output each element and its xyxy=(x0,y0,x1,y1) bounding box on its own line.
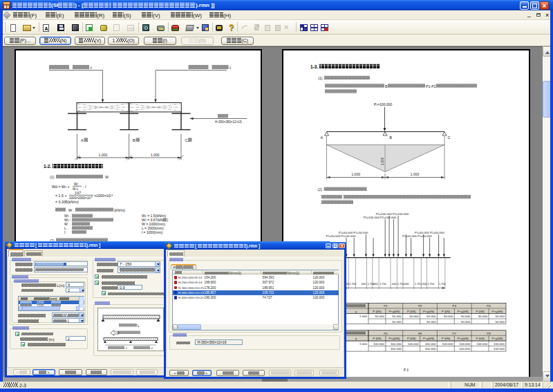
svg-text:(1): (1) xyxy=(318,76,323,80)
svg-text:3.67: 3.67 xyxy=(75,192,81,195)
svg-text:l :: l : xyxy=(64,230,67,234)
svg-text:= 3.335(kN/m): = 3.335(kN/m) xyxy=(55,200,79,204)
svg-text:W: W xyxy=(105,175,109,179)
svg-text:B: B xyxy=(390,136,393,140)
svg-text:· l: · l xyxy=(83,185,86,189)
svg-text:(1): (1) xyxy=(50,175,55,179)
svg-text:P1=50.000 P1=50.000: P1=50.000 P1=50.000 xyxy=(326,234,356,238)
svg-text:P1=50.000 P1=50.000: P1=50.000 P1=50.000 xyxy=(339,231,368,234)
svg-text:C: C xyxy=(185,138,188,142)
svg-text:1.000: 1.000 xyxy=(411,172,420,176)
svg-text:P1=50.000 P1=50.000: P1=50.000 P1=50.000 xyxy=(415,231,444,234)
svg-text:-I: -I xyxy=(229,66,232,70)
svg-text:-2: -2 xyxy=(151,346,153,349)
svg-text:): ) xyxy=(167,218,169,222)
svg-text:W2: W2 xyxy=(74,183,78,186)
svg-text:P2=100.000 P2=100.000: P2=100.000 P2=100.000 xyxy=(364,216,397,219)
svg-text:Wd = W1 +: Wd = W1 + xyxy=(52,185,70,189)
svg-text:1.000: 1.000 xyxy=(381,157,384,165)
svg-text:P1-P2: P1-P2 xyxy=(426,84,436,88)
svg-text:B: B xyxy=(385,84,388,88)
svg-text:1.000: 1.000 xyxy=(351,172,360,176)
svg-text:1.000: 1.000 xyxy=(151,153,160,157)
svg-text:A: A xyxy=(81,138,84,142)
svg-text:P2=100.000 P2=100.000: P2=100.000 P2=100.000 xyxy=(376,212,409,216)
svg-text:L: L xyxy=(138,324,140,327)
svg-text:(2): (2) xyxy=(318,187,323,192)
svg-text:W·L: W·L xyxy=(73,187,79,191)
svg-text:l = 1000(mm): l = 1000(mm) xyxy=(142,230,162,234)
svg-text:C: C xyxy=(448,136,451,140)
svg-text:×1000×10-3: ×1000×10-3 xyxy=(94,194,113,198)
svg-text:-I: -I xyxy=(89,66,92,70)
svg-text:B: B xyxy=(133,138,135,142)
svg-text:1-3.: 1-3. xyxy=(310,64,318,69)
svg-text:W :: W : xyxy=(68,208,74,212)
svg-text:1-2.: 1-2. xyxy=(44,164,51,169)
svg-text:A: A xyxy=(321,136,324,140)
svg-text:= 1.5 +: = 1.5 + xyxy=(55,194,67,198)
svg-text:(kN/m): (kN/m) xyxy=(114,208,125,212)
svg-text:H-350×350×12×19: H-350×350×12×19 xyxy=(215,120,242,124)
svg-text:-1: -1 xyxy=(125,346,128,349)
svg-text:1.000: 1.000 xyxy=(99,153,108,157)
svg-text:P1=50.000 P1=50.000: P1=50.000 P1=50.000 xyxy=(402,234,432,238)
svg-text:P1=100.000: P1=100.000 xyxy=(374,102,393,106)
